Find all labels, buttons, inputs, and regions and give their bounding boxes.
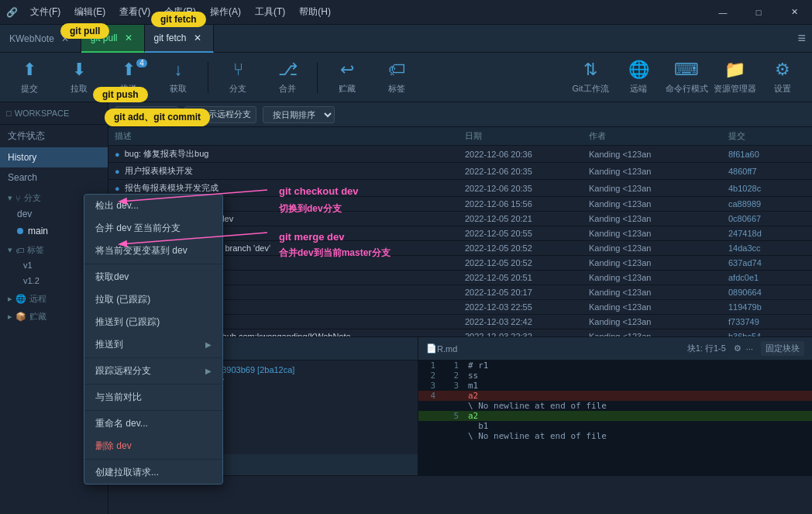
branch-label: 分支 [229, 83, 246, 95]
maximize-button[interactable]: □ [741, 0, 776, 25]
bottom-right: 📄 R.md 块1: 行1-5 ⚙ ··· 固定块块 1 1 # r1 2 [418, 337, 812, 476]
sidebar-item-history[interactable]: History [0, 147, 108, 167]
workspace-icon: □ [6, 109, 12, 118]
tab-kwebnote-label: KWebNote [9, 33, 54, 44]
col-author: 作者 [589, 130, 728, 142]
diff-header-bar: 📄 R.md 块1: 行1-5 ⚙ ··· 固定块块 [418, 337, 812, 360]
tag-icon: 🏷 [388, 60, 405, 80]
ctx-merge-dev[interactable]: 合并 dev 至当前分支 [84, 217, 222, 240]
app-icon: 🔗 [6, 7, 18, 18]
diff-fixed-block[interactable]: 固定块块 [761, 341, 804, 356]
ctx-create-pr[interactable]: 创建拉取请求... [84, 461, 222, 484]
file-status-label: 文件状态 [8, 129, 45, 143]
diff-line-8: \ No newline at end of file [418, 431, 812, 441]
tags-collapse-icon[interactable]: ▾ [8, 245, 12, 255]
ctx-sep-2 [84, 357, 222, 358]
diff-line-2: 2 2 ss [418, 371, 812, 381]
minimize-button[interactable]: — [705, 0, 741, 25]
ctx-compare[interactable]: 与当前对比 [84, 386, 222, 409]
menu-tools[interactable]: 工具(T) [249, 2, 291, 22]
settings-button[interactable]: ⚙ 设置 [759, 56, 806, 99]
stash-collapse-icon[interactable]: ▸ [8, 312, 12, 322]
close-button[interactable]: ✕ [776, 0, 812, 25]
ctx-push-dev[interactable]: 推送到 (已跟踪) [84, 311, 222, 333]
fetch-button[interactable]: ↓ 获取 [155, 56, 201, 99]
search-label: Search [8, 172, 37, 183]
merge-icon: ⎇ [278, 60, 298, 80]
commit-button[interactable]: ⬆ 提交 [6, 56, 53, 99]
ctx-push-to[interactable]: 推送到 ▶ [84, 333, 222, 356]
table-row[interactable]: ●bug: 修复报表导出bug 2022-12-06 20:36 Kanding… [108, 146, 812, 163]
terminal-label: 命令行模式 [666, 83, 708, 95]
branch-collapse-icon[interactable]: ▾ [8, 193, 12, 203]
diff-more-icon[interactable]: ··· [746, 344, 753, 354]
ctx-push-label: 推送到 (已跟踪) [95, 316, 160, 329]
ctx-compare-label: 与当前对比 [95, 391, 142, 404]
ctx-create-pr-label: 创建拉取请求... [95, 466, 159, 479]
tab-git-pull-close[interactable]: ✕ [122, 32, 135, 44]
ctx-track-label: 跟踪远程分支 [95, 364, 151, 378]
diff-line-6: 5 a2 [418, 411, 812, 421]
menu-help[interactable]: 帮助(H) [293, 2, 337, 22]
hamburger-menu[interactable]: ≡ [797, 30, 806, 47]
tab-git-fetch-close[interactable]: ✕ [191, 32, 204, 44]
toolbar-right: ⇅ Git工作流 🌐 远端 ⌨ 命令行模式 📁 资源管理器 ⚙ 设置 [567, 56, 806, 99]
diff-settings-icon[interactable]: ⚙ [734, 343, 741, 354]
remote-collapse-icon[interactable]: ▸ [8, 294, 12, 304]
diff-file-icon: 📄 [426, 343, 437, 354]
sort-select[interactable]: 按日期排序 [263, 106, 335, 123]
menu-edit[interactable]: 编辑(E) [68, 2, 112, 22]
title-bar-left: 🔗 [0, 7, 18, 18]
pull-label: 拉取 [71, 83, 88, 95]
remote-button[interactable]: 🌐 远端 [615, 56, 662, 99]
menu-view[interactable]: 查看(V) [113, 2, 157, 22]
git-workflow-label: Git工作流 [572, 83, 608, 95]
history-bar: 所有分支 ✓ 显示远程分支 按日期排序 [108, 102, 812, 127]
remote-label: 远端 [630, 83, 647, 95]
menu-file[interactable]: 文件(F) [24, 2, 67, 22]
sidebar-item-search[interactable]: Search [0, 167, 108, 188]
ctx-push-to-arrow: ▶ [205, 340, 212, 349]
tab-bar-right: ≡ [797, 30, 812, 47]
diff-line-4: 4 a2 [418, 391, 812, 401]
diff-line-5: \ No newline at end of file [418, 401, 812, 411]
col-hash: 提交 [728, 130, 806, 142]
menu-action[interactable]: 操作(A) [204, 2, 247, 22]
branch-button[interactable]: ⑂ 分支 [215, 56, 261, 99]
remote-section-label: 远程 [29, 293, 46, 305]
stash-button[interactable]: ↩ 贮藏 [324, 56, 370, 99]
remote-icon: 🌐 [628, 60, 649, 80]
fetch-label: 获取 [170, 83, 187, 95]
ctx-fetch-dev[interactable]: 获取dev [84, 266, 222, 288]
ctx-pull-dev[interactable]: 拉取 (已跟踪) [84, 288, 222, 311]
annotation-git-pull: git pull [60, 23, 109, 39]
tab-git-fetch[interactable]: git fetch ✕ [145, 25, 214, 53]
tag-button[interactable]: 🏷 标签 [373, 56, 420, 99]
tab-bar: KWebNote ✕ git pull ✕ git fetch ✕ ≡ [0, 25, 812, 53]
diff-line-1: 1 1 # r1 [418, 360, 812, 371]
git-workflow-button[interactable]: ⇅ Git工作流 [567, 56, 614, 99]
terminal-icon: ⌨ [674, 60, 699, 80]
ctx-track-remote[interactable]: 跟踪远程分支 ▶ [84, 360, 222, 382]
branch-section-icon: ⑂ [15, 194, 21, 203]
ctx-rename-dev[interactable]: 重命名 dev... [84, 412, 222, 435]
settings-label: 设置 [774, 83, 791, 95]
annotation-merge-dev: git merge dev [271, 229, 353, 245]
ctx-merge-label: 合并 dev 至当前分支 [95, 222, 181, 235]
ctx-checkout-dev[interactable]: 检出 dev... [84, 195, 222, 217]
ctx-delete-dev[interactable]: 删除 dev [84, 435, 222, 457]
ctx-sep-1 [84, 264, 222, 264]
explorer-button[interactable]: 📁 资源管理器 [711, 56, 758, 99]
terminal-button[interactable]: ⌨ 命令行模式 [663, 56, 710, 99]
ctx-checkout-label: 检出 dev... [95, 199, 139, 212]
explorer-label: 资源管理器 [714, 83, 756, 95]
sidebar-item-file-status[interactable]: 文件状态 [0, 125, 108, 147]
ctx-sep-4 [84, 410, 222, 411]
diff-view: 1 1 # r1 2 2 ss 3 3 m1 4 [418, 360, 812, 476]
merge-button[interactable]: ⎇ 合并 [264, 56, 311, 99]
table-row[interactable]: ●用户报表模块开发 2022-12-06 20:35 Kanding <123a… [108, 163, 812, 180]
branch-main-label: main [28, 226, 48, 236]
ctx-rebase-dev[interactable]: 将当前变更变基到 dev [84, 240, 222, 262]
annotation-git-fetch: git fetch [151, 12, 206, 27]
ctx-fetch-label: 获取dev [95, 271, 129, 284]
